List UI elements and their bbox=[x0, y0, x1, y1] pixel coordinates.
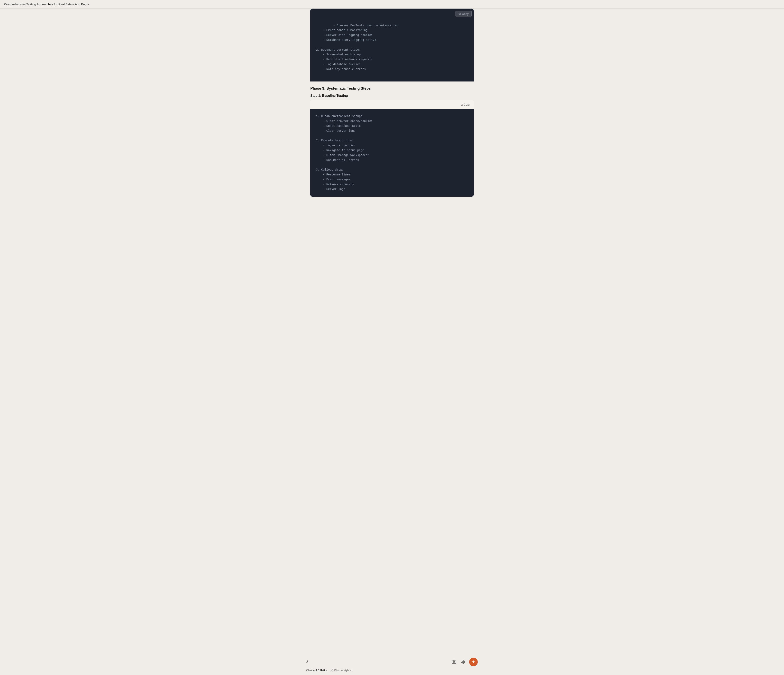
bottom-meta: Claude 3.5 Haiku Choose style ▾ bbox=[306, 668, 478, 673]
model-label: Claude 3.5 Haiku bbox=[306, 669, 327, 672]
top-bar: Comprehensive Testing Approaches for Rea… bbox=[0, 0, 784, 9]
code-block-1-section: ⧉ Copy - Browser DevTools open to Networ… bbox=[310, 9, 474, 81]
title-text: Comprehensive Testing Approaches for Rea… bbox=[4, 2, 87, 6]
main-content: ⧉ Copy - Browser DevTools open to Networ… bbox=[306, 9, 478, 675]
code-block-2-wrapper: ⧉ Copy 1. Clean environment setup: - Cle… bbox=[310, 100, 474, 197]
title-chevron-icon[interactable]: ▾ bbox=[88, 3, 89, 6]
camera-icon bbox=[452, 660, 456, 664]
copy-button-1[interactable]: ⧉ Copy bbox=[456, 11, 471, 17]
copy-icon-1: ⧉ bbox=[459, 12, 460, 16]
code-block-2: 1. Clean environment setup: - Clear brow… bbox=[310, 109, 474, 197]
camera-button[interactable] bbox=[450, 658, 458, 666]
paperclip-button[interactable] bbox=[460, 658, 467, 666]
bottom-bar-inner: 2 bbox=[306, 658, 478, 673]
pen-icon bbox=[330, 669, 333, 672]
paperclip-icon bbox=[461, 660, 466, 664]
code-content-1: - Browser DevTools open to Network tab -… bbox=[316, 24, 398, 71]
input-row: 2 bbox=[306, 658, 478, 666]
choose-style-button[interactable]: Choose style ▾ bbox=[330, 669, 352, 672]
copy-button-2[interactable]: ⧉ Copy bbox=[460, 103, 470, 106]
model-name: 3.5 Haiku bbox=[316, 669, 327, 672]
send-icon bbox=[471, 660, 476, 664]
code-block-2-top: ⧉ Copy bbox=[310, 100, 474, 109]
phase3-heading: Phase 3: Systematic Testing Steps bbox=[310, 86, 474, 91]
bottom-bar: 2 bbox=[0, 655, 784, 675]
page-title: Comprehensive Testing Approaches for Rea… bbox=[4, 2, 89, 6]
style-chevron: ▾ bbox=[350, 669, 352, 672]
model-prefix: Claude bbox=[306, 669, 314, 672]
svg-point-0 bbox=[453, 661, 455, 663]
copy-label-1: Copy bbox=[462, 12, 468, 16]
send-button[interactable] bbox=[469, 658, 478, 666]
input-number: 2 bbox=[306, 660, 310, 664]
code-block-1: ⧉ Copy - Browser DevTools open to Networ… bbox=[310, 9, 474, 81]
input-actions bbox=[450, 658, 478, 666]
copy-icon-2: ⧉ bbox=[460, 103, 463, 106]
style-label: Choose style bbox=[334, 669, 349, 672]
copy-label-2: Copy bbox=[464, 103, 470, 106]
step1-heading: Step 1: Baseline Testing bbox=[310, 94, 474, 98]
